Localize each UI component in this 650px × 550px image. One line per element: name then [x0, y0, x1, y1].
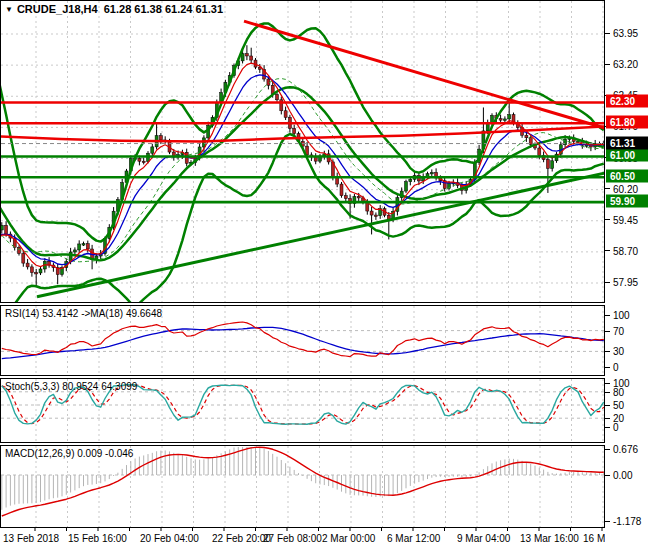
scale-tick-mark: [605, 427, 610, 428]
price-scale-tick: 57.95: [613, 277, 638, 288]
scale-tick-mark: [605, 331, 610, 332]
ohlc-readout: 61.28 61.38 61.24 61.31: [104, 3, 223, 15]
scale-tick-mark: [605, 33, 610, 34]
time-axis-label: 15 Feb 16:00: [68, 533, 127, 544]
rsi-label: RSI(14) 53.4142 ->MA(18) 49.6648: [5, 308, 162, 319]
level-price-badge: 61.80: [606, 116, 648, 129]
time-axis-label: 13 Feb 2018: [3, 533, 59, 544]
time-axis-label: 13 Mar 16:00: [520, 533, 579, 544]
scale-tick-mark: [605, 282, 610, 283]
time-axis[interactable]: 13 Feb 201815 Feb 16:0020 Feb 04:0022 Fe…: [0, 528, 605, 550]
rsi-scale-tick: 70: [613, 326, 624, 337]
price-scale-tick: 63.20: [613, 59, 638, 70]
scale-tick-mark: [605, 405, 610, 406]
macd-scale-tick: -1.178: [613, 516, 641, 527]
scale-tick-mark: [605, 351, 610, 352]
chart-menu-arrow-icon[interactable]: ▼: [5, 5, 13, 14]
scale-tick-mark: [605, 521, 610, 522]
scale-tick-mark: [605, 383, 610, 384]
time-axis-label: 27 Feb 08:00: [263, 533, 322, 544]
scale-tick-mark: [605, 250, 610, 251]
level-price-badge: 59.90: [606, 195, 648, 208]
time-axis-label: 2 Mar 00:00: [322, 533, 375, 544]
scale-tick-mark: [605, 392, 610, 393]
stochastic-indicator-panel[interactable]: Stoch(5,3,3) 80.9524 64.3099: [0, 378, 605, 443]
stoch-scale-tick: 80: [613, 387, 624, 398]
rsi-indicator-panel[interactable]: RSI(14) 53.4142 ->MA(18) 49.6648: [0, 305, 605, 376]
price-scale-tick: 58.70: [613, 245, 638, 256]
price-scale[interactable]: 63.9563.2062.4561.7060.9560.2059.4558.70…: [605, 0, 650, 550]
scale-tick-mark: [605, 219, 610, 220]
scale-tick-mark: [605, 367, 610, 368]
symbol-name: CRUDE_J18,H4: [17, 3, 98, 15]
scale-tick-mark: [605, 315, 610, 316]
macd-indicator-panel[interactable]: MACD(12,26,9) 0.009 -0.046: [0, 445, 605, 528]
time-axis-label: 20 Feb 04:00: [140, 533, 199, 544]
time-axis-label: 9 Mar 04:00: [457, 533, 510, 544]
scale-tick-mark: [605, 188, 610, 189]
macd-scale-tick: 0.00: [613, 470, 632, 481]
time-axis-ticks: [0, 528, 605, 532]
time-axis-label: 6 Mar 12:00: [387, 533, 440, 544]
trading-terminal: ▼CRUDE_J18,H4 61.28 61.38 61.24 61.31 RS…: [0, 0, 650, 550]
price-chart-canvas[interactable]: [1, 1, 604, 302]
main-price-chart[interactable]: ▼CRUDE_J18,H4 61.28 61.38 61.24 61.31: [0, 0, 605, 303]
scale-tick-mark: [605, 64, 610, 65]
level-price-badge: 61.00: [606, 149, 648, 162]
level-price-badge: 60.50: [606, 170, 648, 183]
macd-label: MACD(12,26,9) 0.009 -0.046: [5, 448, 133, 459]
price-scale-tick: 59.45: [613, 214, 638, 225]
level-price-badge: 62.30: [606, 95, 648, 108]
stoch-scale-tick: 50: [613, 400, 624, 411]
rsi-scale-tick: 30: [613, 346, 624, 357]
price-scale-tick: 63.95: [613, 28, 638, 39]
scale-tick-mark: [605, 475, 610, 476]
price-scale-tick: 60.20: [613, 183, 638, 194]
rsi-scale-tick: 100: [613, 310, 630, 321]
stochastic-label: Stoch(5,3,3) 80.9524 64.3099: [5, 381, 137, 392]
scale-tick-mark: [605, 449, 610, 450]
scale-tick-mark: [605, 418, 610, 419]
rsi-scale-tick: 0: [613, 362, 619, 373]
current-price-badge: 61.31: [606, 136, 648, 149]
macd-scale-tick: 0.676: [613, 444, 638, 455]
stoch-scale-tick: 0: [613, 422, 619, 433]
chart-title: ▼CRUDE_J18,H4 61.28 61.38 61.24 61.31: [5, 3, 223, 15]
